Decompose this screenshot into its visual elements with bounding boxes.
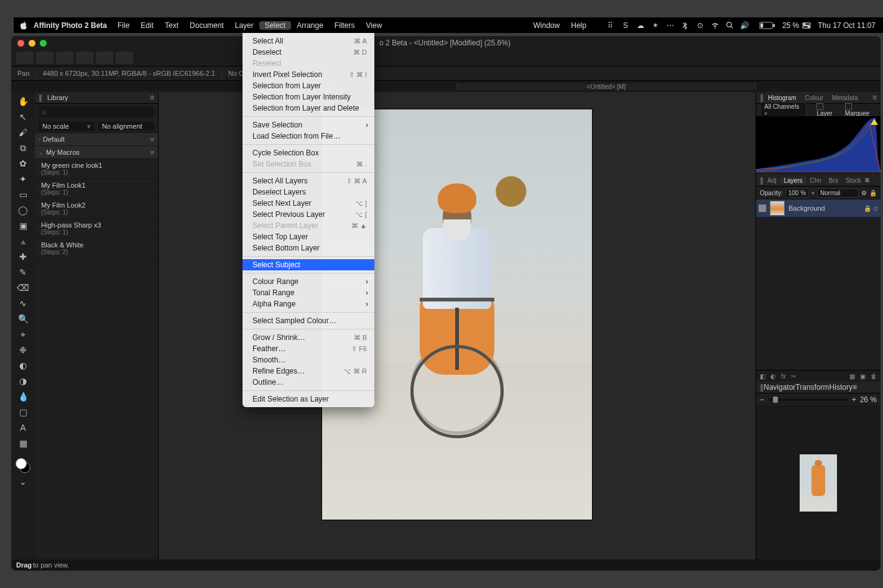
menu-item[interactable]: Smooth… (243, 354, 374, 365)
mask-icon[interactable]: ◧ (760, 373, 765, 380)
magic-tool[interactable]: ✦ (15, 172, 31, 186)
menu-item[interactable]: Select All⌘ A (243, 35, 374, 47)
heal-tool[interactable]: ✚ (15, 250, 31, 264)
gear-icon[interactable]: ⚙ (861, 190, 867, 196)
macro-item[interactable]: Black & White(Steps: 2) (35, 239, 158, 259)
panel-menu-icon[interactable]: ≡ (853, 383, 857, 392)
menu-filters[interactable]: Filters (329, 21, 361, 30)
search-input[interactable]: ⌕ (39, 106, 154, 117)
lock-icon[interactable]: 🔒 (869, 190, 877, 196)
metadata-tab[interactable]: Metadata (828, 94, 862, 101)
macro-item[interactable]: High-pass Sharp x3(Steps: 1) (35, 219, 158, 239)
library-group[interactable]: ⌄ My Macros ≡ (35, 146, 158, 159)
panel-menu-icon[interactable]: ≡ (865, 176, 869, 185)
menu-edit[interactable]: Edit (135, 21, 159, 30)
menu-item[interactable]: Tonal Range› (243, 287, 374, 298)
mesh-tool[interactable]: ▦ (15, 436, 31, 450)
text-tool[interactable]: A (15, 421, 31, 434)
channels-tab[interactable]: Chn (806, 177, 825, 184)
butterfly-icon[interactable]: ✶ (648, 21, 663, 30)
menu-item[interactable]: Selection from Layer Intensity (243, 91, 374, 103)
menu-item[interactable]: Select Previous Layer⌥ [ (243, 209, 374, 220)
flower-tool[interactable]: ✿ (15, 157, 31, 170)
menu-item[interactable]: Select Sampled Colour… (243, 315, 374, 326)
toolbar-btn[interactable] (16, 52, 34, 64)
menu-document[interactable]: Document (184, 21, 229, 30)
clone-tool[interactable]: ⟁ (15, 234, 31, 248)
sync-icon[interactable]: S (618, 21, 633, 30)
menu-item[interactable]: Selection from Layer (243, 80, 374, 91)
close-button[interactable] (17, 40, 24, 47)
colour-tab[interactable]: Colour (801, 94, 828, 101)
adj-tab[interactable]: Adj (764, 177, 780, 184)
bluetooth-icon[interactable] (678, 21, 693, 30)
zoom-out-button[interactable]: − (760, 395, 764, 404)
menu-item[interactable]: Select Next Layer⌥ ] (243, 198, 374, 209)
toolbar-btn[interactable] (76, 52, 93, 64)
menubar-clock[interactable]: Thu 17 Oct 11:07 (818, 21, 876, 30)
menu-item[interactable]: Colour Range› (243, 276, 374, 287)
panel-menu-icon[interactable]: ≡ (150, 93, 154, 102)
group-menu-icon[interactable]: ≡ (150, 136, 154, 143)
brush-tool[interactable]: 🖌 (15, 126, 31, 139)
menu-layer[interactable]: Layer (229, 21, 259, 30)
minimize-button[interactable] (29, 40, 35, 47)
hand-tool[interactable]: ✋ (15, 94, 31, 108)
macro-item[interactable]: My Film Look2(Steps: 1) (35, 199, 158, 219)
menu-item[interactable]: Save Selection› (243, 119, 374, 131)
zoom-button[interactable] (40, 40, 47, 47)
crop-layer-icon[interactable]: ✂ (791, 373, 796, 380)
menu-item[interactable]: Deselect Layers (243, 186, 374, 198)
menu-item[interactable]: Select All Layers⇧ ⌘ A (243, 175, 374, 186)
menu-item[interactable]: Grow / Shrink…⌘ B (243, 332, 374, 343)
opacity-input[interactable]: 100 % (785, 188, 809, 198)
apple-menu[interactable] (14, 21, 34, 30)
stock-tab[interactable]: Stock (842, 177, 865, 184)
layers-tab[interactable]: Layers (780, 177, 806, 184)
menu-item[interactable]: Deselect⌘ D (243, 47, 374, 58)
macro-item[interactable]: My green cine look1(Steps: 1) (35, 159, 158, 179)
zoom-in-button[interactable]: + (852, 395, 856, 404)
sponge-tool[interactable]: ◑ (15, 374, 31, 388)
menu-item[interactable]: Outline… (243, 377, 374, 388)
delete-layer-icon[interactable]: 🗑 (871, 373, 877, 380)
lasso-tool[interactable]: ◯ (15, 203, 31, 217)
control-center-icon[interactable] (799, 22, 814, 29)
panel-menu-icon[interactable]: ≡ (872, 93, 877, 102)
menu-select[interactable]: Select (259, 21, 291, 30)
scale-select[interactable]: No scale ▾ (39, 122, 95, 131)
color-swatch[interactable] (16, 458, 30, 473)
library-tab[interactable]: Library (42, 94, 73, 101)
menu-item[interactable]: Invert Pixel Selection⇧ ⌘ I (243, 69, 374, 80)
alignment-select[interactable]: No alignment (98, 122, 154, 131)
marquee-checkbox[interactable]: Marquee (845, 103, 877, 117)
toolbar-btn[interactable] (36, 52, 53, 64)
menu-text[interactable]: Text (159, 21, 184, 30)
crop-tool[interactable]: ⧉ (15, 141, 31, 155)
visibility-checkbox[interactable] (759, 204, 766, 212)
layer-item[interactable]: Background 🔒 ⊙ (756, 200, 881, 217)
menu-item[interactable]: Alpha Range› (243, 298, 374, 310)
adjustment-icon[interactable]: ◐ (770, 373, 776, 380)
history-tab[interactable]: History (830, 383, 853, 392)
menu-item[interactable]: Select Subject (243, 259, 374, 270)
zoom-tool[interactable]: 🔍 (15, 312, 31, 326)
menu-item[interactable]: Feather…⇧ F6 (243, 343, 374, 354)
group-icon[interactable]: ▣ (860, 373, 866, 380)
menu-window[interactable]: Window (528, 21, 566, 30)
flood-tool[interactable]: ▣ (15, 219, 31, 232)
menu-item[interactable]: Selection from Layer and Delete (243, 103, 374, 114)
menu-item[interactable]: Load Selection from File… (243, 131, 374, 142)
record-icon[interactable]: ⊙ (693, 21, 708, 30)
menu-item[interactable]: Select Bottom Layer (243, 242, 374, 254)
layer-checkbox[interactable]: Layer (816, 103, 839, 117)
menu-arrange[interactable]: Arrange (291, 21, 329, 30)
macro-item[interactable]: My Film Look1(Steps: 1) (35, 179, 158, 199)
navigator-tab[interactable]: Navigator (764, 383, 795, 392)
clipping-warning-icon[interactable] (871, 119, 878, 125)
zoom-value[interactable]: 26 % (860, 395, 877, 404)
menu-help[interactable]: Help (565, 21, 592, 30)
wifi-icon[interactable] (708, 22, 723, 29)
menu-file[interactable]: File (112, 21, 135, 30)
library-group[interactable]: › Default ≡ (35, 133, 158, 146)
